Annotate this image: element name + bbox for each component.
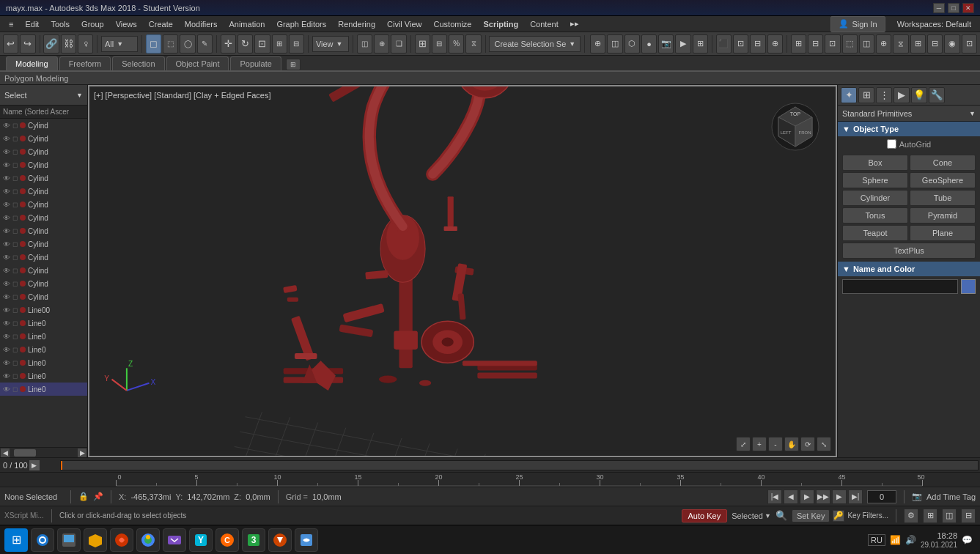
tab-freeform[interactable]: Freeform	[59, 56, 111, 70]
utilities-panel-btn[interactable]: 🔧	[929, 87, 945, 103]
menu-group[interactable]: Group	[75, 16, 110, 32]
list-item[interactable]: 👁 ◻ Cylind	[0, 224, 87, 237]
selected-dropdown[interactable]: Selected ▼	[732, 511, 771, 520]
taskbar-icon-6[interactable]	[163, 528, 186, 552]
visibility-icon[interactable]: 👁	[3, 333, 10, 341]
list-item[interactable]: 👁 ◻ Line0	[0, 383, 87, 396]
play-button[interactable]: ▶	[29, 460, 40, 470]
bind-button[interactable]: ⧬	[78, 34, 93, 53]
textplus-button[interactable]: TextPlus	[842, 243, 976, 259]
right-tool-7[interactable]: ⊞	[693, 34, 708, 53]
taskbar-icon-4[interactable]	[110, 528, 133, 552]
visibility-icon[interactable]: 👁	[3, 254, 10, 262]
list-item[interactable]: 👁 ◻ Cylind	[0, 211, 87, 224]
list-item[interactable]: 👁 ◻ Line00	[0, 303, 87, 317]
list-item[interactable]: 👁 ◻ Cylind	[0, 119, 87, 132]
go-end-button[interactable]: ▶|	[848, 490, 863, 504]
orbit[interactable]: ⟳	[800, 437, 815, 451]
play-fwd-button[interactable]: ▶▶	[816, 490, 830, 504]
tool-13[interactable]: ⧖	[465, 34, 481, 53]
taskbar-icon-9[interactable]: 3	[242, 528, 265, 552]
cylinder-button[interactable]: Cylinder	[842, 190, 908, 206]
visibility-icon[interactable]: 👁	[3, 174, 10, 182]
scale-tool-2[interactable]: ⊞	[272, 34, 287, 53]
taskbar-icon-10[interactable]	[268, 528, 292, 552]
scene-select-arrow[interactable]: ▼	[76, 92, 83, 99]
visibility-icon[interactable]: 👁	[3, 372, 10, 380]
teapot-button[interactable]: Teapot	[842, 225, 908, 241]
tool-12[interactable]: %	[449, 34, 464, 53]
list-item[interactable]: 👁 ◻ Line0	[0, 369, 87, 383]
maximize-viewport[interactable]: ⤡	[817, 437, 831, 451]
menu-create[interactable]: Create	[143, 16, 179, 32]
right-tool-10[interactable]: ⊟	[750, 34, 765, 53]
scene-list[interactable]: 👁 ◻ Cylind 👁 ◻ Cylind 👁 ◻ Cylind	[0, 119, 87, 447]
ref-tool[interactable]: ⊟	[289, 34, 304, 53]
next-frame-button[interactable]: ▶	[832, 490, 847, 504]
visibility-icon[interactable]: 👁	[3, 293, 10, 301]
list-item[interactable]: 👁 ◻ Cylind	[0, 171, 87, 185]
taskbar-icon-5[interactable]	[136, 528, 160, 552]
link-button[interactable]: 🔗	[43, 34, 59, 53]
list-item[interactable]: 👁 ◻ Cylind	[0, 132, 87, 145]
list-item[interactable]: 👁 ◻ Line0	[0, 330, 87, 343]
right-tool-4[interactable]: ●	[641, 34, 657, 53]
tab-object-paint[interactable]: Object Paint	[166, 56, 229, 70]
cone-button[interactable]: Cone	[910, 155, 976, 171]
select-region-circle[interactable]: ◯	[180, 34, 195, 53]
menu-scripting[interactable]: Scripting	[477, 16, 524, 32]
box-button[interactable]: Box	[842, 155, 908, 171]
right-tool-2[interactable]: ◫	[607, 34, 622, 53]
minimize-button[interactable]: ─	[933, 3, 945, 13]
taskbar-icon-3[interactable]	[84, 528, 107, 552]
list-item[interactable]: 👁 ◻ Cylind	[0, 290, 87, 303]
pan[interactable]: ✋	[784, 437, 799, 451]
menu-modifiers[interactable]: Modifiers	[179, 16, 224, 32]
zoom-out[interactable]: -	[768, 437, 783, 451]
scroll-track-h[interactable]	[10, 448, 77, 458]
visibility-icon[interactable]: 👁	[3, 214, 10, 222]
go-start-button[interactable]: |◀	[767, 490, 782, 504]
set-key-button[interactable]: Set Key	[792, 509, 830, 522]
list-item[interactable]: 👁 ◻ Cylind	[0, 264, 87, 277]
clock[interactable]: 18:28 29.01.2021	[921, 531, 957, 550]
extra-btn-2[interactable]: ◫	[942, 509, 957, 523]
extra-btn-3[interactable]: ⊟	[961, 509, 976, 523]
tube-button[interactable]: Tube	[910, 190, 976, 206]
key-filters-label[interactable]: Key Filters...	[847, 511, 888, 520]
move-tool[interactable]: ✛	[221, 34, 236, 53]
create-panel-btn[interactable]: ✦	[841, 87, 857, 103]
viewport[interactable]: [+] [Perspective] [Standard] [Clay + Edg…	[88, 85, 837, 457]
search-icon[interactable]: 🔍	[775, 510, 787, 521]
prev-frame-button[interactable]: ◀	[784, 490, 798, 504]
select-region-lasso[interactable]: ✎	[197, 34, 213, 53]
taskbar-icon-7[interactable]: Y	[189, 528, 213, 552]
filter-dropdown[interactable]: All ▼	[101, 36, 138, 52]
visibility-icon[interactable]: 👁	[3, 227, 10, 235]
scroll-right-arrow[interactable]: ▶	[77, 448, 87, 458]
menu-civil-view[interactable]: Civil View	[381, 16, 427, 32]
taskbar-icon-1[interactable]	[31, 528, 54, 552]
tab-populate[interactable]: Populate	[230, 56, 281, 70]
scale-tool[interactable]: ⊡	[254, 34, 270, 53]
view-dropdown[interactable]: View ▼	[312, 36, 349, 52]
visibility-icon[interactable]: 👁	[3, 280, 10, 288]
zoom-extents[interactable]: ⤢	[736, 437, 751, 451]
taskbar-icon-2[interactable]	[57, 528, 81, 552]
visibility-icon[interactable]: 👁	[3, 201, 10, 209]
create-selection-set[interactable]: Create Selection Se ▼	[489, 36, 581, 52]
select-tool[interactable]: ◻	[146, 34, 161, 53]
right-tool-15[interactable]: ⬚	[842, 34, 858, 53]
menu-graph-editors[interactable]: Graph Editors	[270, 16, 332, 32]
pin-icon[interactable]: 📌	[93, 492, 103, 501]
tool-7[interactable]: ◫	[357, 34, 372, 53]
right-tool-12[interactable]: ⊞	[791, 34, 806, 53]
select-region-rect[interactable]: ⬚	[163, 34, 178, 53]
menu-rendering[interactable]: Rendering	[332, 16, 381, 32]
notification-icon[interactable]: 💬	[962, 535, 973, 545]
object-name-input[interactable]	[842, 279, 958, 294]
list-item[interactable]: 👁 ◻ Cylind	[0, 277, 87, 290]
scroll-left-arrow[interactable]: ◀	[0, 448, 10, 458]
list-item[interactable]: 👁 ◻ Line0	[0, 317, 87, 330]
geosphere-button[interactable]: GeoSphere	[910, 172, 976, 188]
